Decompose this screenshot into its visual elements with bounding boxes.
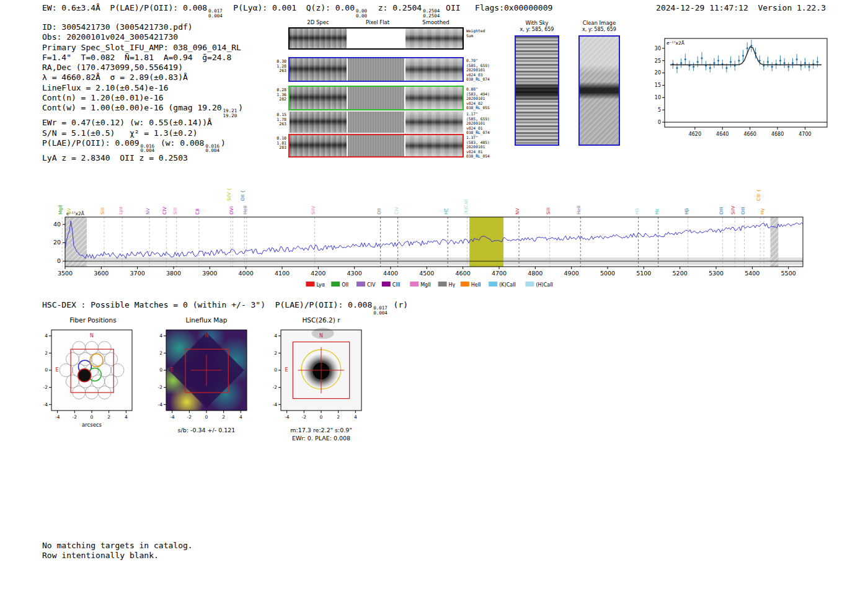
- stacked-uncertainty: 0.0160.004: [205, 144, 219, 153]
- svg-text:SiIV {: SiIV {: [226, 188, 232, 201]
- footer-line-2: Row intentionally blank.: [42, 551, 193, 561]
- svg-text:Lyα: Lyα: [118, 207, 123, 215]
- svg-text:4700: 4700: [492, 270, 507, 277]
- svg-text:4800: 4800: [528, 270, 542, 277]
- east-label: E: [170, 367, 173, 373]
- fiber-row-annotation: 1.17"(585, 659)20200101v024_01038_RL_074: [466, 112, 510, 135]
- text-segment: ): [221, 138, 226, 148]
- svg-text:4: 4: [125, 414, 128, 420]
- legend-label: OII: [342, 282, 348, 288]
- text-segment: RA,Dec (170.473099,50.556419): [42, 63, 183, 72]
- svg-text:4640: 4640: [716, 131, 728, 137]
- svg-text:5000: 5000: [600, 270, 615, 277]
- svg-text:OII: OII: [376, 208, 382, 215]
- svg-text:-2: -2: [302, 414, 307, 420]
- svg-text:-2: -2: [158, 384, 163, 390]
- svg-text:2: 2: [159, 350, 162, 356]
- pixelflat-image: [348, 135, 405, 156]
- svg-text:4660: 4660: [743, 131, 756, 137]
- svg-text:40: 40: [53, 221, 61, 228]
- smoothed-image: [405, 58, 463, 81]
- legend-label: Lyα: [316, 282, 325, 288]
- pixelflat-image: [348, 87, 405, 109]
- svg-text:2: 2: [337, 414, 340, 420]
- svg-text:3700: 3700: [130, 270, 145, 277]
- svg-text:3900: 3900: [202, 270, 217, 277]
- smoothed-image: [405, 112, 463, 133]
- svg-text:SiII: SiII: [100, 208, 105, 215]
- svg-text:0: 0: [320, 414, 323, 420]
- pixelflat-image: [348, 29, 405, 48]
- svg-text:4200: 4200: [311, 270, 326, 277]
- svg-text:5400: 5400: [745, 270, 760, 277]
- svg-text:e⁻¹⁷x2Å: e⁻¹⁷x2Å: [666, 40, 685, 46]
- spec2d-image: [290, 58, 347, 81]
- info-line: ID: 3005421730 (3005421730.pdf): [42, 22, 243, 32]
- svg-text:CII: CII: [195, 208, 200, 215]
- text-segment: Obs: 20200101v024_3005421730: [42, 32, 178, 42]
- info-line: λ = 4660.82Å σ = 2.89(±0.83)Å: [42, 73, 243, 82]
- svg-text:(K)CaII: (K)CaII: [463, 199, 469, 215]
- info-line: F=1.4" T=0.082 N̄=1.81 A=0.94 ḡ=24.8: [42, 53, 243, 63]
- north-label: N: [205, 333, 208, 339]
- legend-swatch: [410, 282, 418, 287]
- footer-notes: No matching targets in catalog. Row inte…: [42, 541, 193, 560]
- fiber-row-annotation: 1.37"(583, 485)20200101v024_01038_RL_054: [466, 135, 510, 159]
- svg-text:4500: 4500: [419, 270, 434, 277]
- text-segment: P(LAE)/P(OII): 0.009: [42, 138, 140, 148]
- legend-label: Hγ: [449, 282, 456, 288]
- svg-text:0: 0: [205, 414, 208, 420]
- svg-text:4: 4: [45, 333, 48, 339]
- svg-text:2: 2: [222, 414, 225, 420]
- spec2d-image: [290, 29, 347, 48]
- text-segment: (r): [389, 300, 408, 309]
- fiber-row-annotation: 0.70"(585, 659)20200101v024_03038_RL_074: [466, 58, 510, 82]
- svg-text:0: 0: [658, 120, 661, 125]
- smoothed-image: [405, 87, 463, 109]
- svg-text:-4: -4: [273, 402, 278, 407]
- svg-text:NV: NV: [515, 207, 520, 215]
- text-segment: LyA z = 2.8340 OII z = 0.2503: [42, 153, 188, 162]
- svg-text:OVI: OVI: [229, 207, 234, 215]
- legend-label: MgII: [420, 282, 431, 288]
- info-line: P(LAE)/P(OII): 0.0090.0160.004 (w: 0.008…: [42, 138, 243, 153]
- svg-text:2: 2: [107, 414, 110, 420]
- info-line: LyA z = 2.8340 OII z = 0.2503: [42, 153, 243, 163]
- svg-text:Hγ: Hγ: [760, 208, 765, 215]
- info-line: RA,Dec (170.473099,50.556419): [42, 63, 243, 73]
- legend-swatch: [356, 282, 365, 287]
- fiber-cutout-rows: WeightedSum0.301.282630.70"(585, 659)202…: [270, 27, 512, 162]
- svg-text:OIII: OIII: [740, 207, 746, 215]
- svg-text:HeII: HeII: [242, 205, 248, 215]
- svg-text:OII {: OII {: [240, 190, 246, 201]
- svg-text:4700: 4700: [799, 131, 811, 137]
- legend-label: CIII: [392, 282, 401, 288]
- svg-text:3800: 3800: [166, 270, 181, 277]
- legend-label: HeII: [471, 282, 481, 288]
- hsc-cutout-title: HSC(26.2) r: [259, 316, 383, 324]
- svg-text:4: 4: [354, 414, 357, 420]
- col-header-pixelflat: Pixel Flat: [349, 19, 406, 25]
- svg-text:-2: -2: [73, 414, 78, 420]
- svg-text:20: 20: [655, 70, 661, 76]
- svg-text:10: 10: [655, 95, 661, 100]
- text-segment: LineFlux = 2.10(±0.54)e-16: [42, 83, 169, 92]
- smoothed-image: [405, 135, 463, 156]
- legend-swatch: [331, 282, 340, 287]
- fiber-cutout-row: [288, 57, 464, 82]
- smoothed-image: [405, 29, 463, 48]
- highlight-fiber: [78, 369, 91, 382]
- masked-region-band: [771, 217, 779, 267]
- svg-text:-2: -2: [187, 414, 192, 420]
- stacked-uncertainty: 0.0170.004: [208, 9, 223, 18]
- legend-swatch: [438, 282, 447, 287]
- pixelflat-image: [348, 112, 405, 133]
- svg-text:HeII: HeII: [576, 205, 582, 215]
- svg-text:5100: 5100: [636, 270, 651, 277]
- svg-text:5200: 5200: [673, 270, 688, 277]
- svg-text:-2: -2: [273, 384, 278, 390]
- svg-text:5: 5: [658, 107, 661, 113]
- fiber-positions-plot: NE-4-4-2-2002244arcsecs: [34, 325, 143, 432]
- text-segment: z: 0.2504: [368, 3, 422, 12]
- spec2d-image: [290, 112, 347, 133]
